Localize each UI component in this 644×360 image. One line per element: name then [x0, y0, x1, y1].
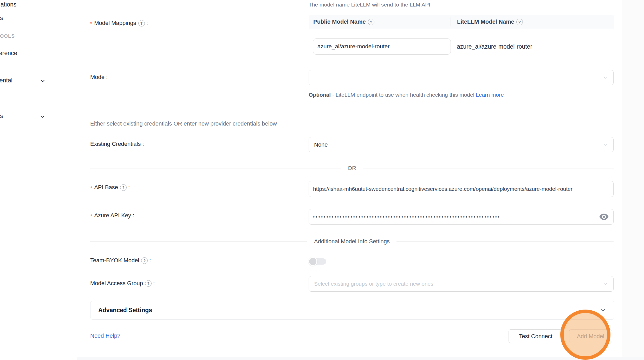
sidebar-section-tools: TOOLS: [0, 34, 15, 39]
api-base-input[interactable]: [309, 181, 614, 197]
chevron-down-icon: [602, 75, 608, 81]
model-access-group-label: Model Access Group ? :: [90, 280, 155, 287]
page-background-right: [622, 0, 644, 360]
existing-credentials-label: Existing Credentials :: [90, 141, 144, 147]
toggle-knob: [308, 257, 317, 266]
help-icon[interactable]: ?: [368, 19, 374, 25]
add-model-form-page: ations s TOOLS erence ental s The model …: [0, 0, 644, 360]
column-public-model-name: Public Model Name: [313, 18, 366, 25]
help-icon[interactable]: ?: [138, 20, 145, 27]
sidebar-item-logs[interactable]: s: [0, 15, 3, 22]
model-mappings-label: * Model Mappings ? :: [90, 20, 148, 27]
need-help-link[interactable]: Need Help?: [90, 332, 120, 339]
required-asterisk: *: [90, 21, 92, 27]
sidebar-item-settings[interactable]: s: [0, 113, 3, 120]
page-background-bottom: [77, 357, 644, 360]
learn-more-link[interactable]: Learn more: [476, 92, 504, 98]
required-asterisk: *: [90, 213, 92, 219]
chevron-down-icon: [40, 78, 45, 84]
litellm-model-name-value: azure_ai/azure-model-router: [457, 43, 532, 50]
azure-api-key-label: * Azure API Key :: [90, 212, 134, 219]
team-byok-label: Team-BYOK Model ? :: [90, 257, 151, 264]
model-mappings-header-row: Public Model Name ? LiteLLM Model Name ?: [309, 15, 614, 29]
add-model-button[interactable]: Add Model: [569, 329, 612, 343]
chevron-down-icon: [600, 307, 606, 314]
mode-help-text: Optional - LiteLLM endpoint to use when …: [309, 90, 519, 100]
help-icon[interactable]: ?: [120, 184, 127, 191]
help-icon[interactable]: ?: [141, 257, 148, 264]
chevron-down-icon: [40, 114, 45, 120]
model-access-group-select[interactable]: Select existing groups or type to create…: [309, 276, 614, 292]
api-base-label: * API Base ? :: [90, 184, 130, 191]
model-name-helper-text: The model name LiteLLM will send to the …: [309, 2, 430, 8]
eye-icon[interactable]: [599, 213, 609, 220]
model-mappings-table: Public Model Name ? LiteLLM Model Name ?…: [309, 15, 614, 58]
public-model-name-input[interactable]: [313, 38, 451, 55]
test-connect-button[interactable]: Test Connect: [509, 329, 563, 343]
chevron-down-icon: [602, 281, 608, 287]
sidebar-nav: ations s TOOLS erence ental s: [0, 0, 77, 360]
column-litellm-model-name: LiteLLM Model Name: [457, 18, 514, 25]
advanced-settings-panel[interactable]: Advanced Settings: [90, 301, 614, 320]
team-byok-toggle[interactable]: [309, 258, 326, 265]
credentials-note: Either select existing credentials OR en…: [90, 120, 277, 127]
azure-api-key-input[interactable]: ••••••••••••••••••••••••••••••••••••••••…: [309, 209, 614, 225]
additional-settings-divider: Additional Model Info Settings: [90, 238, 614, 245]
masked-api-key-value: ••••••••••••••••••••••••••••••••••••••••…: [313, 209, 609, 225]
sidebar-item-organizations[interactable]: ations: [1, 1, 16, 8]
existing-credentials-select[interactable]: None: [309, 137, 614, 152]
help-icon[interactable]: ?: [145, 280, 152, 287]
sidebar-item-experimental[interactable]: ental: [0, 77, 12, 84]
sidebar-item-inference[interactable]: erence: [0, 50, 17, 57]
or-divider: OR: [90, 165, 614, 172]
required-asterisk: *: [90, 185, 92, 191]
help-icon[interactable]: ?: [516, 19, 523, 25]
mode-label: Mode :: [90, 74, 108, 81]
chevron-down-icon: [602, 142, 608, 148]
mode-select[interactable]: [309, 70, 614, 85]
